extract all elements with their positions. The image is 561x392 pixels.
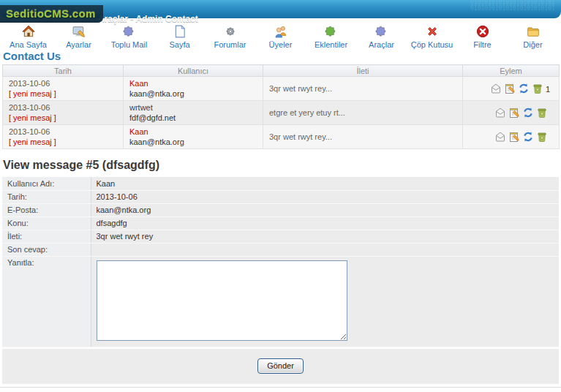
toolbar-item-uyeler[interactable]: Üyeler: [255, 25, 306, 49]
refresh-icon[interactable]: [518, 83, 530, 94]
field-value-message: 3qr wet rwyt rey: [91, 230, 559, 243]
envelope-open-icon[interactable]: [494, 107, 506, 118]
toolbar-item-label: Sayfa: [169, 40, 189, 49]
user-link[interactable]: Kaan: [129, 78, 257, 88]
field-label: İleti:: [2, 230, 91, 243]
field-label: Konu:: [2, 216, 91, 230]
toolbar-item-eklentiler[interactable]: Eklentiler: [306, 25, 356, 49]
field-label: E-Posta:: [2, 203, 91, 216]
form-row-eposta: E-Posta: kaan@ntka.org: [2, 203, 559, 216]
new-message-status: [ yeni mesaj ]: [9, 113, 117, 123]
form-row-konu: Konu: dfsagdfg: [2, 216, 559, 230]
binary-pattern-decoration: 0101010101010101010101010101010101010101…: [470, 0, 557, 18]
gear-icon: [224, 25, 237, 38]
edit-icon[interactable]: [504, 83, 516, 94]
field-label: Tarih:: [2, 190, 91, 203]
messages-table: Tarih Kullanıcı İleti Eylem 2013-10-06 […: [2, 64, 560, 149]
view-message-title: View message #5 (dfsagdfg): [3, 159, 561, 172]
toolbar-item-label: Ayarlar: [66, 40, 91, 49]
field-value-last-reply: [91, 243, 559, 256]
reply-textarea[interactable]: [97, 260, 347, 341]
table-row: 2013-10-06 [ yeni mesaj ] wrtwet fdf@dgf…: [3, 101, 560, 125]
puzzle-purple-icon: [375, 25, 388, 38]
recycle-bin-icon[interactable]: [536, 107, 548, 118]
envelope-open-icon[interactable]: [490, 83, 502, 94]
toolbar-item-label: Üyeler: [269, 40, 293, 49]
edit-icon[interactable]: [508, 131, 520, 143]
toolbar-item-cop-kutusu[interactable]: Çöp Kutusu: [407, 25, 457, 49]
toolbar-item-label: Diğer: [523, 40, 542, 49]
column-header-ileti: İleti: [263, 65, 463, 77]
gonder-button[interactable]: Gönder: [257, 358, 304, 374]
recycle-bin-icon[interactable]: [536, 131, 548, 143]
toolbar-item-label: Araçlar: [369, 40, 394, 49]
message-preview: 3qr wet rwyt rey...: [263, 125, 463, 149]
envelope-open-icon[interactable]: [494, 131, 506, 143]
toolbar-item-diger[interactable]: Diğer: [508, 25, 558, 49]
field-label: Son cevap:: [2, 243, 91, 256]
column-header-eylem: Eylem: [463, 65, 560, 77]
field-value-email: kaan@ntka.org: [91, 203, 559, 216]
refresh-icon[interactable]: [522, 107, 534, 118]
edit-icon[interactable]: [508, 107, 520, 118]
table-row: 2013-10-06 [ yeni mesaj ] Kaan kaan@ntka…: [3, 77, 560, 101]
toolbar-item-filtre[interactable]: Filtre: [457, 25, 508, 49]
puzzle-green-icon: [325, 25, 338, 38]
users-icon: [274, 25, 287, 38]
form-row-ileti: İleti: 3qr wet rwyt rey: [2, 230, 559, 243]
new-message-status: [ yeni mesaj ]: [9, 88, 117, 99]
breadcrumb-separator: -: [128, 14, 135, 24]
field-label: Yanıtla:: [2, 256, 91, 347]
toolbar-item-label: Çöp Kutusu: [411, 40, 453, 49]
submit-row: Gönder: [2, 349, 559, 384]
user-email: fdf@dgfd.net: [129, 113, 257, 123]
page-title: Contact Us: [3, 50, 561, 62]
toolbar-item-label: Ana Sayfa: [10, 40, 47, 49]
reply-count-badge: 1: [546, 84, 550, 94]
refresh-icon[interactable]: [522, 131, 534, 143]
field-label: Kullanıcı Adı:: [2, 177, 91, 190]
user-name: wrtwet: [129, 102, 257, 113]
column-header-tarih: Tarih: [3, 65, 124, 77]
header-bar: ↔ Admin Panel - Araçlar - Admin Contact …: [0, 0, 561, 18]
folder-icon: [527, 25, 540, 38]
table-row: 2013-10-06 [ yeni mesaj ] Kaan kaan@ntka…: [3, 125, 560, 149]
field-value-date: 2013-10-06: [91, 190, 559, 203]
site-logo-text: SeditioCMS.com: [6, 7, 96, 20]
toolbar-item-forumlar[interactable]: Forumlar: [205, 25, 255, 49]
toolbar-item-label: Eklentiler: [315, 40, 347, 49]
message-date: 2013-10-06: [9, 102, 117, 113]
form-row-yanitla: Yanıtla:: [2, 256, 559, 347]
page-bottom-divider: [0, 387, 561, 388]
message-date: 2013-10-06: [9, 127, 117, 137]
field-value-username[interactable]: Kaan: [91, 177, 559, 190]
user-link[interactable]: Kaan: [129, 127, 257, 137]
new-message-status: [ yeni mesaj ]: [9, 137, 117, 147]
form-row-son-cevap: Son cevap:: [2, 243, 559, 256]
user-email: kaan@ntka.org: [129, 137, 257, 147]
message-preview: etgre et yery etuy rt...: [263, 101, 463, 125]
form-row-kullanici-adi: Kullanıcı Adı: Kaan: [2, 177, 559, 190]
toolbar-item-araclar[interactable]: Araçlar: [356, 25, 407, 49]
toolbar-item-label: Filtre: [473, 40, 491, 49]
toolbar-item-label: Forumlar: [214, 40, 246, 49]
recycle-bin-icon[interactable]: [532, 83, 543, 94]
red-x-icon: [426, 25, 439, 38]
column-header-kullanici: Kullanıcı: [124, 65, 263, 77]
breadcrumb-current: Admin Contact: [135, 14, 197, 24]
message-detail-form: Kullanıcı Adı: Kaan Tarih: 2013-10-06 E-…: [2, 177, 559, 347]
field-value-subject: dfsagdfg: [91, 216, 559, 230]
site-logo[interactable]: SeditioCMS.com: [0, 5, 103, 23]
user-email: kaan@ntka.org: [129, 88, 257, 99]
message-date: 2013-10-06: [9, 78, 117, 88]
table-header-row: Tarih Kullanıcı İleti Eylem: [3, 65, 560, 77]
form-row-tarih: Tarih: 2013-10-06: [2, 190, 559, 203]
toolbar-item-label: Toplu Mail: [111, 40, 148, 49]
cancel-icon: [476, 25, 489, 38]
message-preview: 3qr wet rwyt rey...: [263, 77, 463, 101]
